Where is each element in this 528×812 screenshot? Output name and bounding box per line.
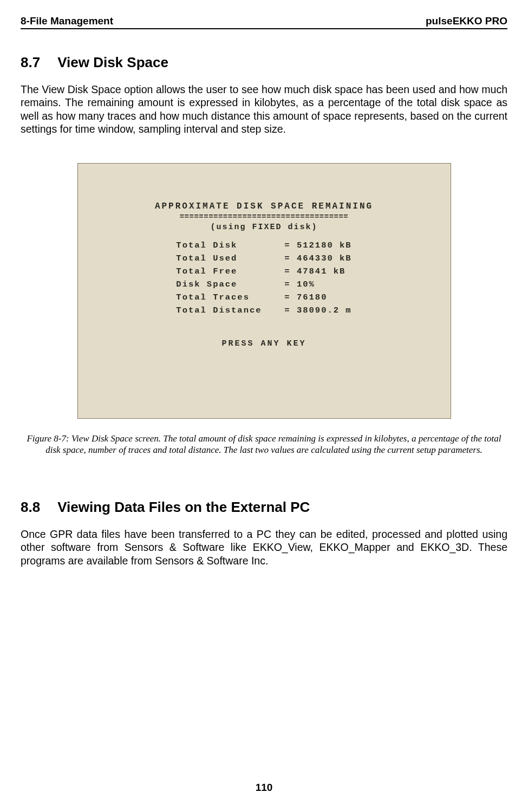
section-title: Viewing Data Files on the External PC xyxy=(57,499,310,515)
row-label: Total Used xyxy=(176,254,284,263)
section-number: 8.8 xyxy=(21,499,40,516)
row-label: Total Traces xyxy=(176,293,284,302)
row-label: Total Free xyxy=(176,267,284,276)
screenshot-subtitle: (using FIXED disk) xyxy=(78,223,451,232)
row-value: = 512180 kB xyxy=(284,241,351,250)
table-row: Total Traces= 76180 xyxy=(176,293,351,302)
row-label: Total Distance xyxy=(176,306,284,315)
section-8-7-heading: 8.7View Disk Space xyxy=(21,54,507,71)
screenshot-table: Total Disk= 512180 kB Total Used= 464330… xyxy=(176,241,351,319)
table-row: Total Free= 47841 kB xyxy=(176,267,351,276)
section-8-8-body: Once GPR data files have been transferre… xyxy=(21,528,507,567)
section-number: 8.7 xyxy=(21,54,40,71)
section-8-8-heading: 8.8Viewing Data Files on the External PC xyxy=(21,499,507,516)
table-row: Total Distance= 38090.2 m xyxy=(176,306,351,315)
table-row: Total Used= 464330 kB xyxy=(176,254,351,263)
section-title: View Disk Space xyxy=(57,54,168,70)
header-right: pulseEKKO PRO xyxy=(426,15,507,27)
table-row: Disk Space= 10% xyxy=(176,280,351,289)
screenshot-separator: =================================== xyxy=(78,212,451,221)
row-label: Total Disk xyxy=(176,241,284,250)
press-any-key: PRESS ANY KEY xyxy=(78,339,451,348)
header-left: 8-File Management xyxy=(21,15,113,27)
page-header: 8-File Management pulseEKKO PRO xyxy=(21,15,507,29)
row-value: = 76180 xyxy=(284,293,327,302)
section-8-7-body: The View Disk Space option allows the us… xyxy=(21,83,507,136)
disk-space-screenshot: APPROXIMATE DISK SPACE REMAINING =======… xyxy=(77,163,451,419)
row-value: = 10% xyxy=(284,280,315,289)
row-label: Disk Space xyxy=(176,280,284,289)
page-number: 110 xyxy=(0,782,528,794)
row-value: = 464330 kB xyxy=(284,254,351,263)
screenshot-title: APPROXIMATE DISK SPACE REMAINING xyxy=(78,202,451,211)
row-value: = 47841 kB xyxy=(284,267,346,276)
figure-caption: Figure 8-7: View Disk Space screen. The … xyxy=(21,433,507,456)
row-value: = 38090.2 m xyxy=(284,306,351,315)
table-row: Total Disk= 512180 kB xyxy=(176,241,351,250)
